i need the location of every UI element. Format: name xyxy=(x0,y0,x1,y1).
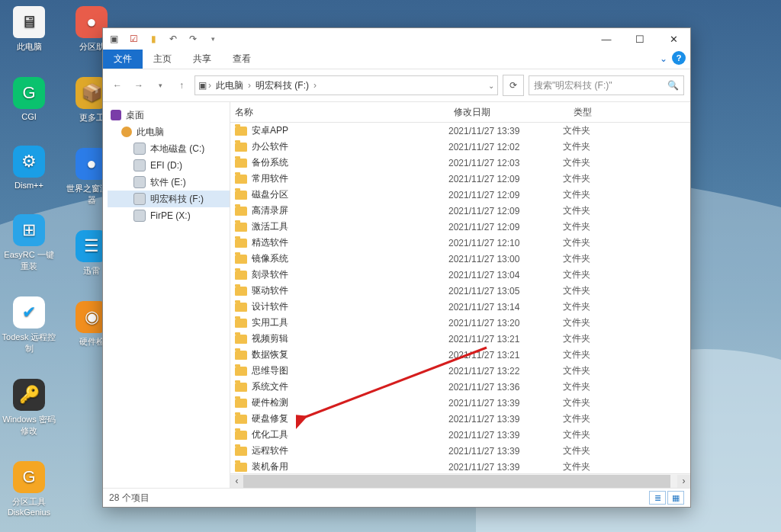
nav-up-button[interactable]: ↑ xyxy=(173,77,190,94)
tree-drive[interactable]: 本地磁盘 (C:) xyxy=(108,140,230,157)
folder-row[interactable]: 设计软件2021/11/27 13:14文件夹 xyxy=(230,299,690,315)
folder-row[interactable]: 精选软件2021/11/27 12:10文件夹 xyxy=(230,235,690,251)
maximize-button[interactable]: ☐ xyxy=(623,28,657,50)
folder-row[interactable]: 激活工具2021/11/27 12:09文件夹 xyxy=(230,219,690,235)
breadcrumb-root[interactable]: 此电脑 xyxy=(213,78,246,94)
folder-name: 实用工具 xyxy=(252,316,448,329)
col-name[interactable]: 名称 xyxy=(235,106,454,119)
folder-name: 精选软件 xyxy=(252,236,448,249)
qat-properties-icon[interactable]: ☑ xyxy=(127,33,140,45)
tab-file[interactable]: 文件 xyxy=(103,50,143,69)
folder-row[interactable]: 硬件检测2021/11/27 13:39文件夹 xyxy=(230,395,690,411)
tab-home[interactable]: 主页 xyxy=(143,50,182,69)
drive-icon xyxy=(133,159,146,171)
col-date[interactable]: 修改日期 xyxy=(454,106,574,119)
tree-drive[interactable]: 软件 (E:) xyxy=(108,174,230,191)
folder-icon xyxy=(235,399,247,408)
desktop-icon[interactable]: 🔑Windows 密码修改 xyxy=(0,379,58,437)
desktop-icon[interactable]: GCGI xyxy=(0,77,58,121)
folder-row[interactable]: 驱动软件2021/11/27 13:05文件夹 xyxy=(230,283,690,299)
app-icon: ⊞ xyxy=(13,214,45,246)
folder-date: 2021/11/27 13:39 xyxy=(448,462,563,473)
folder-row[interactable]: 数据恢复2021/11/27 13:21文件夹 xyxy=(230,347,690,363)
refresh-button[interactable]: ⟳ xyxy=(503,75,524,96)
view-details-icon[interactable]: ≣ xyxy=(649,491,666,505)
scroll-left-icon[interactable]: ‹ xyxy=(230,475,243,488)
folder-row[interactable]: 装机备用2021/11/27 13:39文件夹 xyxy=(230,459,690,473)
breadcrumb-drive[interactable]: 明宏科技 (F:) xyxy=(252,78,312,94)
tree-desktop[interactable]: 桌面 xyxy=(108,107,230,123)
drive-label: 本地磁盘 (C:) xyxy=(150,143,204,155)
app-label: 迅雷 xyxy=(83,265,100,277)
folder-type: 文件夹 xyxy=(563,396,590,409)
desktop-icon[interactable]: ⊞EasyRC 一键重装 xyxy=(0,214,58,272)
desktop-icon[interactable]: ⚙Dism++ xyxy=(0,146,58,190)
folder-date: 2021/11/27 12:10 xyxy=(448,238,563,248)
minimize-button[interactable]: — xyxy=(590,28,623,50)
folder-row[interactable]: 系统文件2021/11/27 13:36文件夹 xyxy=(230,379,690,395)
folder-row[interactable]: 磁盘分区2021/11/27 12:09文件夹 xyxy=(230,187,690,203)
desktop-icon[interactable]: 🖥此电脑 xyxy=(0,6,58,53)
folder-row[interactable]: 备份系统2021/11/27 12:03文件夹 xyxy=(230,155,690,171)
folder-row[interactable]: 实用工具2021/11/27 13:20文件夹 xyxy=(230,315,690,331)
folder-row[interactable]: 镜像系统2021/11/27 13:00文件夹 xyxy=(230,251,690,267)
app-icon: G xyxy=(13,461,45,493)
folder-name: 办公软件 xyxy=(252,140,448,153)
title-bar[interactable]: ▣ ☑ ▮ ↶ ↷ ▾ — ☐ ✕ xyxy=(103,28,690,50)
drive-icon xyxy=(133,193,146,205)
horizontal-scrollbar[interactable]: ‹ › xyxy=(230,473,690,488)
folder-row[interactable]: 常用软件2021/11/27 12:09文件夹 xyxy=(230,171,690,187)
folder-row[interactable]: 远程软件2021/11/27 13:39文件夹 xyxy=(230,443,690,459)
folder-date: 2021/11/27 12:09 xyxy=(448,206,563,216)
nav-back-button[interactable]: ← xyxy=(109,77,126,94)
qat-undo-icon[interactable]: ↶ xyxy=(167,33,179,45)
folder-row[interactable]: 高清录屏2021/11/27 12:09文件夹 xyxy=(230,203,690,219)
close-button[interactable]: ✕ xyxy=(657,28,690,50)
nav-history-dropdown[interactable]: ▾ xyxy=(152,77,169,94)
tree-drive[interactable]: EFI (D:) xyxy=(108,157,230,174)
tab-share[interactable]: 共享 xyxy=(182,50,222,69)
folder-type: 文件夹 xyxy=(563,412,590,425)
folder-name: 视频剪辑 xyxy=(252,332,448,345)
col-type[interactable]: 类型 xyxy=(574,106,640,119)
folder-row[interactable]: 优化工具2021/11/27 13:39文件夹 xyxy=(230,427,690,443)
desktop-icon[interactable]: G分区工具 DiskGenius xyxy=(0,461,58,517)
folder-row[interactable]: 硬盘修复2021/11/27 13:39文件夹 xyxy=(230,411,690,427)
qat-dropdown-icon[interactable]: ▾ xyxy=(207,33,219,45)
desktop-icon[interactable]: ✔Todesk 远程控制 xyxy=(0,296,58,354)
file-list[interactable]: 安卓APP2021/11/27 13:39文件夹办公软件2021/11/27 1… xyxy=(230,123,690,473)
nav-forward-button[interactable]: → xyxy=(130,77,147,94)
folder-row[interactable]: 办公软件2021/11/27 12:02文件夹 xyxy=(230,139,690,155)
qat-newfolder-icon[interactable]: ▮ xyxy=(147,33,159,45)
ribbon-collapse-icon[interactable]: ⌄ xyxy=(660,53,667,64)
qat-redo-icon[interactable]: ↷ xyxy=(187,33,199,45)
search-input[interactable]: 搜索"明宏科技 (F:)" 🔍 xyxy=(529,75,684,95)
folder-date: 2021/11/27 13:39 xyxy=(448,414,563,425)
breadcrumb[interactable]: ▣ › 此电脑 › 明宏科技 (F:) › ⌄ xyxy=(194,75,498,95)
column-headers[interactable]: 名称 修改日期 类型 xyxy=(230,102,690,123)
folder-type: 文件夹 xyxy=(563,348,590,361)
folder-row[interactable]: 安卓APP2021/11/27 13:39文件夹 xyxy=(230,123,690,139)
folder-row[interactable]: 刻录软件2021/11/27 13:04文件夹 xyxy=(230,267,690,283)
breadcrumb-dropdown-icon[interactable]: ⌄ xyxy=(488,82,494,90)
tree-drive[interactable]: FirPE (X:) xyxy=(108,207,230,224)
tree-thispc[interactable]: 此电脑 xyxy=(108,123,230,140)
scroll-right-icon[interactable]: › xyxy=(677,475,690,488)
view-icons-icon[interactable]: ▦ xyxy=(667,491,684,505)
folder-date: 2021/11/27 13:04 xyxy=(448,270,563,280)
folder-row[interactable]: 思维导图2021/11/27 13:22文件夹 xyxy=(230,363,690,379)
folder-name: 思维导图 xyxy=(252,364,448,377)
folder-name: 高清录屏 xyxy=(252,204,448,217)
help-icon[interactable]: ? xyxy=(672,51,686,65)
scroll-thumb[interactable] xyxy=(243,475,670,488)
nav-tree[interactable]: 桌面 此电脑 本地磁盘 (C:)EFI (D:)软件 (E:)明宏科技 (F:)… xyxy=(103,102,230,488)
tab-view[interactable]: 查看 xyxy=(222,50,262,69)
folder-name: 数据恢复 xyxy=(252,348,448,361)
folder-name: 硬盘修复 xyxy=(252,412,448,425)
folder-date: 2021/11/27 13:20 xyxy=(448,318,563,328)
folder-date: 2021/11/27 13:39 xyxy=(448,430,563,441)
folder-icon xyxy=(235,255,247,264)
folder-row[interactable]: 视频剪辑2021/11/27 13:21文件夹 xyxy=(230,331,690,347)
folder-name: 磁盘分区 xyxy=(252,188,448,201)
tree-drive[interactable]: 明宏科技 (F:) xyxy=(108,191,230,207)
